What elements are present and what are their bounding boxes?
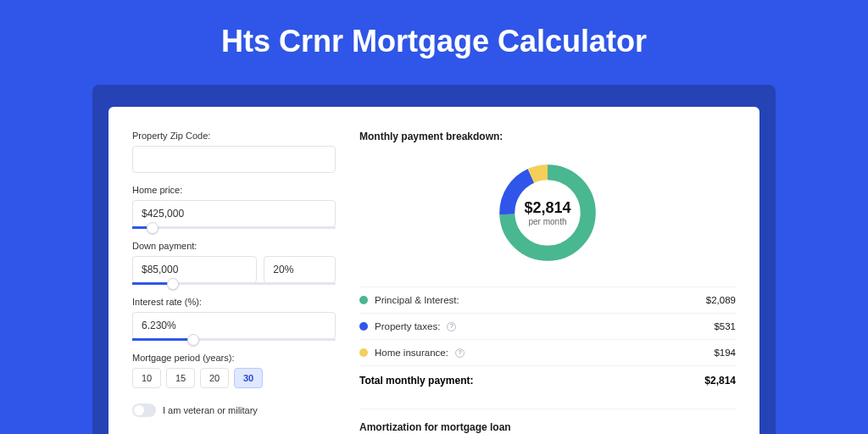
veteran-row: I am veteran or military	[132, 403, 336, 417]
legend-amount-pi: $2,089	[706, 295, 736, 305]
donut-chart: $2,814 per month	[494, 159, 601, 266]
rate-input[interactable]	[132, 312, 336, 339]
price-label: Home price:	[132, 185, 336, 195]
dot-ins-icon	[359, 348, 368, 357]
legend-row-pi: Principal & Interest: $2,089	[359, 287, 736, 313]
period-option-10[interactable]: 10	[132, 368, 161, 388]
amortization-section: Amortization for mortgage loan Amortizat…	[359, 409, 736, 434]
donut-sub: per month	[528, 217, 566, 226]
period-option-30[interactable]: 30	[234, 368, 263, 388]
price-slider-thumb[interactable]	[147, 222, 159, 234]
down-field: Down payment:	[132, 241, 336, 285]
donut-chart-wrap: $2,814 per month	[359, 156, 736, 273]
price-slider[interactable]	[132, 226, 336, 229]
legend-row-ins: Home insurance: ? $194	[359, 339, 736, 365]
donut-amount: $2,814	[524, 199, 570, 217]
down-slider[interactable]	[132, 282, 336, 285]
veteran-toggle[interactable]	[132, 403, 156, 417]
rate-slider[interactable]	[132, 338, 336, 341]
calculator-card: Property Zip Code: Home price: Down paym…	[108, 107, 760, 434]
period-options: 10 15 20 30	[132, 368, 336, 388]
legend-label-ins: Home insurance:	[375, 348, 448, 358]
down-label: Down payment:	[132, 241, 336, 251]
info-icon[interactable]: ?	[455, 348, 465, 358]
legend-amount-tax: $531	[714, 321, 736, 331]
info-icon[interactable]: ?	[447, 322, 456, 331]
down-input-amount[interactable]	[132, 256, 257, 283]
legend-row-total: Total monthly payment: $2,814	[359, 365, 736, 395]
zip-field: Property Zip Code:	[132, 131, 336, 173]
veteran-label: I am veteran or military	[163, 405, 258, 415]
rate-field: Interest rate (%):	[132, 297, 336, 341]
legend-label-tax: Property taxes:	[375, 321, 440, 331]
price-field: Home price:	[132, 185, 336, 229]
breakdown-title: Monthly payment breakdown:	[359, 131, 736, 142]
legend-label-pi: Principal & Interest:	[375, 295, 459, 305]
total-amount: $2,814	[704, 375, 736, 387]
zip-input[interactable]	[132, 146, 336, 173]
rate-slider-thumb[interactable]	[187, 334, 199, 346]
breakdown-panel: Monthly payment breakdown: $2,814 per mo…	[359, 131, 736, 434]
dot-tax-icon	[359, 322, 368, 331]
period-option-15[interactable]: 15	[166, 368, 195, 388]
down-input-pct[interactable]	[264, 256, 336, 283]
rate-label: Interest rate (%):	[132, 297, 336, 307]
legend-row-tax: Property taxes: ? $531	[359, 313, 736, 339]
donut-center: $2,814 per month	[494, 159, 601, 266]
page-title: Hts Crnr Mortgage Calculator	[0, 0, 868, 78]
period-option-20[interactable]: 20	[200, 368, 229, 388]
period-label: Mortgage period (years):	[132, 353, 336, 363]
price-input[interactable]	[132, 200, 336, 227]
zip-label: Property Zip Code:	[132, 131, 336, 141]
down-slider-thumb[interactable]	[167, 278, 179, 290]
legend-amount-ins: $194	[714, 348, 736, 358]
total-label: Total monthly payment:	[359, 375, 473, 387]
amortization-title: Amortization for mortgage loan	[359, 421, 736, 433]
form-panel: Property Zip Code: Home price: Down paym…	[132, 131, 336, 434]
legend: Principal & Interest: $2,089 Property ta…	[359, 287, 736, 395]
rate-slider-fill	[132, 338, 193, 341]
dot-pi-icon	[359, 296, 368, 304]
period-field: Mortgage period (years): 10 15 20 30	[132, 353, 336, 388]
